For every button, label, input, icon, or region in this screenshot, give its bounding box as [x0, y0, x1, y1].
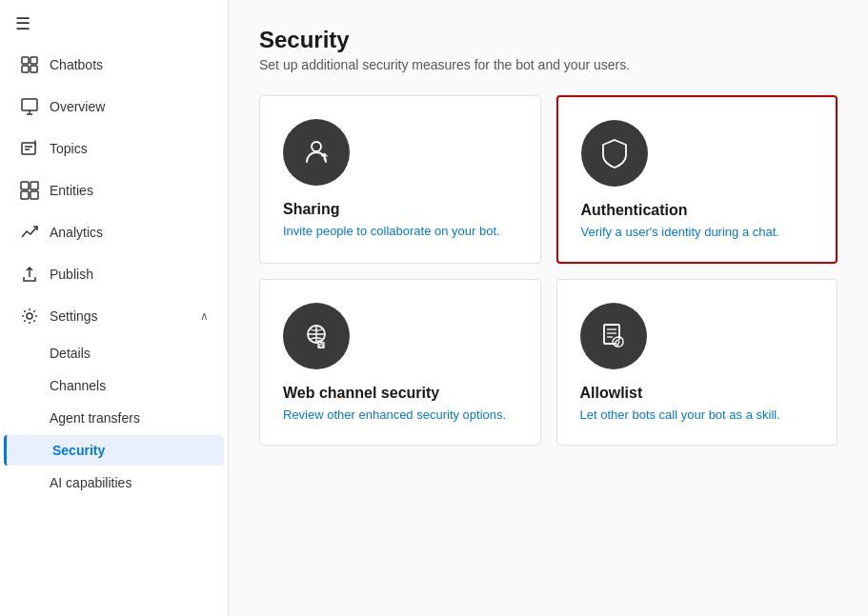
web-security-icon	[299, 319, 333, 353]
sidebar-subitem-security[interactable]: Security	[4, 435, 224, 466]
page-subtitle: Set up additional security measures for …	[259, 57, 838, 72]
settings-chevron-icon: ∧	[200, 309, 209, 323]
svg-rect-0	[22, 57, 29, 64]
sharing-icon	[299, 135, 333, 169]
sidebar-subitem-channels-label: Channels	[50, 378, 106, 393]
allowlist-card-desc: Let other bots call your bot as a skill.	[580, 407, 815, 422]
hamburger-button[interactable]: ☰	[0, 4, 228, 44]
svg-rect-3	[30, 66, 37, 72]
publish-icon	[19, 264, 40, 285]
sidebar-item-publish[interactable]: Publish	[4, 254, 224, 294]
sharing-card-desc: Invite people to collaborate on your bot…	[283, 224, 517, 238]
entities-icon	[19, 180, 40, 201]
svg-rect-9	[30, 182, 38, 189]
allowlist-card[interactable]: Allowlist Let other bots call your bot a…	[556, 279, 838, 446]
sidebar-subitem-security-label: Security	[52, 443, 105, 458]
svg-rect-4	[22, 99, 37, 110]
svg-rect-19	[319, 345, 323, 348]
sidebar-item-topics[interactable]: Topics	[4, 129, 224, 169]
allowlist-icon	[596, 319, 631, 353]
topics-icon	[19, 138, 40, 159]
sidebar-item-publish-label: Publish	[50, 267, 93, 282]
sidebar-item-chatbots[interactable]: Chatbots	[4, 45, 224, 85]
allowlist-card-title: Allowlist	[580, 385, 815, 402]
svg-rect-7	[22, 143, 35, 154]
sidebar-subitem-ai-capabilities-label: AI capabilities	[50, 475, 131, 490]
sidebar-subitem-agent-transfers[interactable]: Agent transfers	[4, 403, 224, 433]
sidebar-item-settings[interactable]: Settings ∧	[4, 296, 224, 336]
svg-rect-8	[21, 182, 29, 189]
authentication-card[interactable]: Authentication Verify a user's identity …	[556, 95, 838, 264]
sidebar-item-analytics[interactable]: Analytics	[4, 212, 224, 252]
page-title: Security	[259, 27, 838, 53]
svg-point-12	[27, 313, 32, 319]
svg-rect-11	[30, 191, 38, 199]
sidebar: ☰ Chatbots Overview	[0, 0, 229, 616]
sidebar-subitem-channels[interactable]: Channels	[4, 370, 224, 401]
authentication-icon	[597, 136, 632, 170]
sidebar-subitem-ai-capabilities[interactable]: AI capabilities	[4, 467, 224, 498]
web-channel-security-card[interactable]: Web channel security Review other enhanc…	[259, 279, 541, 446]
analytics-icon	[19, 222, 40, 243]
overview-icon	[19, 96, 40, 117]
authentication-card-desc: Verify a user's identity during a chat.	[581, 225, 814, 239]
svg-point-13	[312, 142, 321, 151]
svg-rect-1	[30, 57, 37, 64]
authentication-card-icon-circle	[581, 120, 648, 187]
allowlist-card-icon-circle	[580, 303, 647, 369]
settings-submenu: Details Channels Agent transfers Securit…	[0, 337, 228, 499]
sidebar-subitem-details[interactable]: Details	[4, 338, 224, 368]
sidebar-item-overview[interactable]: Overview	[4, 87, 224, 127]
sidebar-item-entities-label: Entities	[50, 183, 93, 198]
security-cards-grid: Sharing Invite people to collaborate on …	[259, 95, 838, 446]
sidebar-item-chatbots-label: Chatbots	[50, 57, 103, 72]
svg-rect-10	[21, 191, 29, 199]
settings-icon	[19, 306, 40, 327]
chatbots-icon	[19, 54, 40, 75]
sidebar-item-overview-label: Overview	[50, 99, 105, 114]
sidebar-item-topics-label: Topics	[50, 141, 88, 156]
authentication-card-title: Authentication	[581, 202, 814, 219]
sidebar-subitem-agent-transfers-label: Agent transfers	[50, 410, 140, 426]
sharing-card[interactable]: Sharing Invite people to collaborate on …	[259, 95, 541, 264]
sidebar-item-settings-label: Settings	[50, 308, 98, 324]
sharing-card-title: Sharing	[283, 201, 517, 218]
sidebar-item-analytics-label: Analytics	[50, 225, 103, 240]
web-security-card-icon-circle	[283, 303, 350, 369]
svg-rect-2	[22, 66, 29, 72]
sidebar-subitem-details-label: Details	[50, 346, 91, 361]
sidebar-item-entities[interactable]: Entities	[4, 170, 224, 210]
web-channel-security-card-title: Web channel security	[283, 385, 517, 402]
sharing-card-icon-circle	[283, 119, 350, 186]
web-channel-security-card-desc: Review other enhanced security options.	[283, 407, 517, 422]
main-content: Security Set up additional security meas…	[229, 0, 868, 616]
